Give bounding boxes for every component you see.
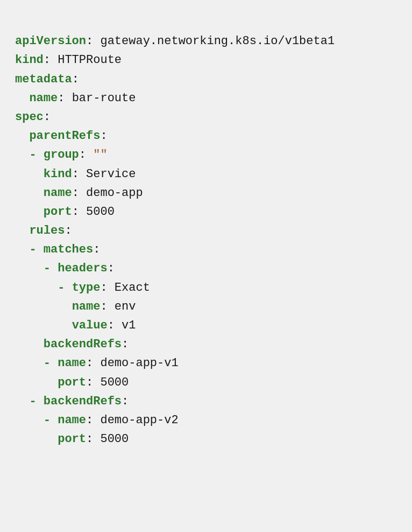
yaml-value: :: [86, 376, 100, 389]
yaml-key: port: [44, 205, 72, 219]
yaml-value: demo-app-v1: [100, 356, 178, 370]
yaml-value: :: [72, 167, 86, 181]
yaml-value: 5000: [100, 432, 129, 446]
yaml-value: :: [72, 186, 86, 200]
yaml-value: :: [72, 205, 86, 219]
yaml-dash: -: [44, 356, 58, 370]
yaml-key: value: [72, 319, 108, 332]
code-line: port: 5000: [15, 430, 397, 449]
yaml-value: :: [122, 338, 129, 351]
code-line: metadata:: [15, 70, 397, 89]
yaml-key: port: [58, 376, 86, 389]
yaml-key: name: [72, 300, 101, 313]
yaml-key: rules: [29, 224, 65, 237]
yaml-key: kind: [44, 167, 72, 181]
yaml-key: group: [44, 148, 79, 162]
yaml-value: HTTPRoute: [58, 53, 122, 67]
yaml-value: demo-app: [86, 186, 143, 200]
code-line: kind: HTTPRoute: [15, 51, 397, 69]
yaml-value: :: [93, 243, 100, 256]
yaml-value: Exact: [115, 281, 150, 295]
yaml-value: 5000: [86, 205, 115, 219]
yaml-value: env: [115, 300, 136, 313]
yaml-dash: -: [44, 262, 58, 275]
yaml-value: Service: [86, 167, 136, 181]
code-line: - type: Exact: [15, 278, 397, 297]
yaml-value: bar-route: [72, 92, 136, 105]
yaml-value: :: [100, 281, 114, 295]
yaml-dash: -: [29, 395, 43, 408]
code-line: backendRefs:: [15, 335, 397, 354]
yaml-value: :: [100, 129, 107, 143]
yaml-value: :: [58, 92, 72, 105]
code-line: spec:: [15, 108, 397, 127]
yaml-value: demo-app-v2: [100, 414, 178, 427]
code-line: name: env: [15, 297, 397, 316]
code-line: - name: demo-app-v1: [15, 354, 397, 373]
yaml-key: name: [29, 92, 58, 105]
yaml-value: 5000: [100, 376, 129, 389]
yaml-value: :: [79, 148, 93, 162]
yaml-key: matches: [44, 243, 93, 256]
yaml-value: v1: [122, 319, 136, 332]
code-line: port: 5000: [15, 373, 397, 392]
yaml-value: :: [44, 110, 51, 124]
yaml-key: apiVersion: [15, 34, 86, 48]
yaml-key: backendRefs: [44, 395, 122, 408]
yaml-dash: -: [29, 148, 43, 162]
yaml-value: :: [86, 432, 100, 446]
yaml-dash: -: [58, 281, 72, 295]
code-block: apiVersion: gateway.networking.k8s.io/v1…: [15, 13, 397, 449]
yaml-key: backendRefs: [44, 338, 122, 351]
code-line: - name: demo-app-v2: [15, 411, 397, 430]
yaml-key: name: [58, 356, 86, 370]
yaml-value: :: [65, 224, 72, 237]
yaml-value: :: [72, 73, 79, 86]
yaml-value: :: [86, 356, 100, 370]
yaml-key: headers: [58, 262, 107, 275]
code-line: - matches:: [15, 240, 397, 259]
code-line: rules:: [15, 221, 397, 240]
yaml-key: metadata: [15, 73, 72, 86]
yaml-value: :: [100, 300, 114, 313]
code-line: - headers:: [15, 259, 397, 278]
yaml-key: port: [58, 432, 86, 446]
yaml-key: spec: [15, 110, 44, 124]
yaml-value: :: [108, 262, 115, 275]
yaml-string-value: "": [93, 148, 107, 162]
code-line: parentRefs:: [15, 127, 397, 145]
code-line: port: 5000: [15, 202, 397, 221]
yaml-key: type: [72, 281, 101, 295]
yaml-key: kind: [15, 53, 44, 67]
code-line: name: demo-app: [15, 184, 397, 202]
code-line: - group: "": [15, 145, 397, 164]
yaml-value: gateway.networking.k8s.io/v1beta1: [100, 34, 335, 48]
code-line: name: bar-route: [15, 89, 397, 108]
code-line: value: v1: [15, 316, 397, 335]
code-line: apiVersion: gateway.networking.k8s.io/v1…: [15, 32, 397, 51]
code-line: kind: Service: [15, 165, 397, 184]
yaml-key: name: [58, 414, 86, 427]
yaml-dash: -: [44, 414, 58, 427]
yaml-value: :: [86, 414, 100, 427]
yaml-value: :: [86, 34, 100, 48]
code-line: - backendRefs:: [15, 392, 397, 411]
yaml-key: name: [44, 186, 72, 200]
yaml-value: :: [122, 395, 129, 408]
yaml-key: parentRefs: [29, 129, 100, 143]
yaml-value: :: [44, 53, 58, 67]
yaml-dash: -: [29, 243, 43, 256]
yaml-value: :: [108, 319, 122, 332]
